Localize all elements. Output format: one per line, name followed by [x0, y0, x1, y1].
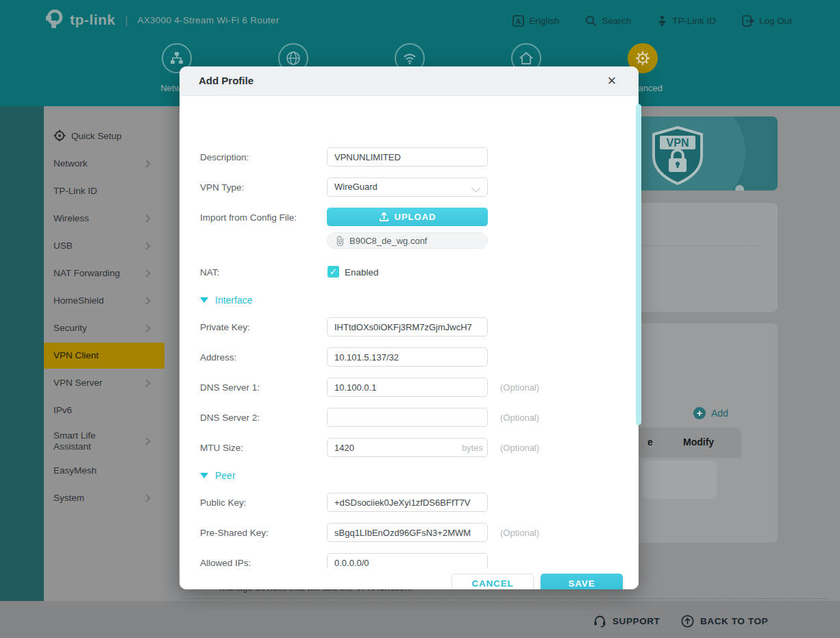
search-label: Search [602, 16, 631, 26]
support-label: SUPPORT [613, 616, 660, 626]
sidebar-item-security[interactable]: Security [44, 315, 164, 341]
nat-label: NAT: [200, 267, 219, 278]
upload-button[interactable]: UPLOAD [327, 208, 488, 226]
table-column-partial: e [647, 437, 653, 447]
cancel-button[interactable]: CANCEL [452, 574, 534, 589]
arrow-up-circle-icon [681, 615, 694, 628]
triangle-down-icon [200, 297, 208, 303]
sidebar-item-smart-life-assistant[interactable]: Smart Life Assistant [44, 424, 164, 459]
dns-server-1-input[interactable] [327, 378, 488, 397]
page-footer: SUPPORT BACK TO TOP [0, 601, 840, 638]
plus-icon: + [693, 407, 706, 419]
user-icon [657, 15, 667, 27]
back-to-top-label: BACK TO TOP [700, 616, 768, 626]
brand-block: tp-link | AX3000 4-Stream Wi-Fi 6 Router [44, 10, 279, 30]
dialog-scrollbar[interactable] [636, 104, 641, 425]
interface-section-label: Interface [215, 295, 252, 306]
public-key-label: Public Key: [200, 498, 247, 508]
interface-section-toggle[interactable]: Interface [200, 295, 252, 306]
address-label: Address: [200, 352, 236, 363]
chevron-right-icon [143, 214, 150, 222]
upload-button-label: UPLOAD [395, 212, 436, 222]
language-icon: A [512, 15, 524, 27]
pre-shared-key-label: Pre-Shared Key: [200, 528, 269, 538]
close-icon[interactable]: × [602, 71, 622, 91]
private-key-label: Private Key: [200, 322, 250, 332]
sidebar-item-system[interactable]: System [44, 485, 164, 511]
logout-label: Log Out [759, 16, 792, 26]
tplink-id-button[interactable]: TP-Link ID [657, 15, 716, 27]
pre-shared-optional-hint: (Optional) [500, 528, 539, 538]
paperclip-icon [336, 236, 345, 246]
quick-setup-icon [53, 130, 66, 144]
chevron-right-icon [143, 269, 150, 277]
logout-button[interactable]: Log Out [742, 15, 792, 27]
search-button[interactable]: Search [585, 15, 631, 27]
svg-text:VPN: VPN [667, 137, 689, 149]
table-row-placeholder [643, 461, 717, 499]
address-input[interactable] [327, 347, 488, 367]
peer-section-toggle[interactable]: Peer [200, 470, 236, 481]
sidebar-item-vpn-server[interactable]: VPN Server [44, 370, 164, 396]
sidebar-item-usb[interactable]: USB [44, 233, 164, 259]
svg-text:A: A [516, 17, 521, 25]
chevron-right-icon [143, 297, 150, 304]
public-key-input[interactable] [327, 493, 488, 512]
chevron-right-icon [143, 242, 150, 249]
dns-server-2-input[interactable] [327, 408, 488, 427]
chevron-right-icon [143, 160, 150, 167]
vpn-type-label: VPN Type: [200, 182, 244, 193]
vpn-type-select[interactable]: WireGuard [327, 177, 488, 197]
sidebar-item-wireless[interactable]: Wireless [44, 206, 164, 232]
triangle-down-icon [200, 473, 208, 478]
dns-server-1-label: DNS Server 1: [200, 382, 260, 393]
add-profile-button[interactable]: + Add [693, 407, 728, 419]
pre-shared-key-input[interactable] [327, 523, 488, 542]
mtu-optional-hint: (Optional) [500, 443, 539, 453]
nat-enabled-checkbox[interactable]: ✓ [328, 266, 339, 278]
back-to-top-button[interactable]: BACK TO TOP [681, 615, 768, 628]
footer-dashed-divider [182, 598, 829, 599]
tplink-logo-icon [44, 10, 64, 30]
top-header-bar: tp-link | AX3000 4-Stream Wi-Fi 6 Router… [0, 0, 840, 41]
language-selector[interactable]: A English [512, 15, 559, 27]
save-button[interactable]: SAVE [541, 574, 623, 589]
language-label: English [529, 16, 559, 26]
tplink-id-label: TP-Link ID [672, 16, 716, 26]
dialog-body: Description: VPN Type: WireGuard Import … [180, 97, 639, 589]
description-label: Description: [200, 152, 249, 162]
headset-icon [593, 615, 606, 628]
brand-name: tp-link [70, 12, 116, 28]
sidebar-item-easymesh[interactable]: EasyMesh [44, 458, 164, 484]
chevron-down-icon [471, 184, 480, 193]
sidebar-item-ipv6[interactable]: IPv6 [44, 397, 164, 424]
sidebar-item-homeshield[interactable]: HomeShield [44, 288, 164, 314]
sidebar-menu: Quick Setup Network TP-Link ID Wireless … [44, 110, 164, 638]
dns2-optional-hint: (Optional) [500, 413, 539, 423]
import-config-label: Import from Config File: [200, 212, 297, 223]
sidebar-item-network[interactable]: Network [44, 151, 164, 177]
sidebar-item-nat-forwarding[interactable]: NAT Forwarding [44, 260, 164, 286]
description-input[interactable] [327, 147, 488, 167]
vpn-shield-icon: VPN [650, 125, 706, 188]
uploaded-file-name: B90C8_de_wg.conf [349, 236, 427, 246]
brand-separator: | [125, 14, 128, 26]
chevron-right-icon [143, 324, 150, 332]
chevron-right-icon [143, 437, 150, 445]
add-profile-dialog: Add Profile × Description: VPN Type: Wir… [180, 66, 639, 589]
vpn-type-value: WireGuard [334, 182, 378, 192]
dialog-header: Add Profile × [180, 66, 639, 96]
support-button[interactable]: SUPPORT [593, 615, 660, 628]
add-button-label: Add [711, 408, 728, 419]
logout-icon [742, 15, 754, 27]
sidebar-item-quick-setup[interactable]: Quick Setup [44, 123, 164, 149]
allowed-ips-label: Allowed IPs: [200, 558, 251, 568]
dialog-title: Add Profile [199, 75, 254, 86]
table-column-modify: Modify [683, 437, 714, 447]
nat-checkbox-label: Enabled [345, 267, 379, 278]
chevron-right-icon [143, 494, 150, 502]
sidebar-item-tplink-id[interactable]: TP-Link ID [44, 178, 164, 204]
banner-dot [735, 185, 744, 191]
private-key-input[interactable] [327, 317, 488, 336]
sidebar-item-vpn-client[interactable]: VPN Client [44, 343, 164, 369]
